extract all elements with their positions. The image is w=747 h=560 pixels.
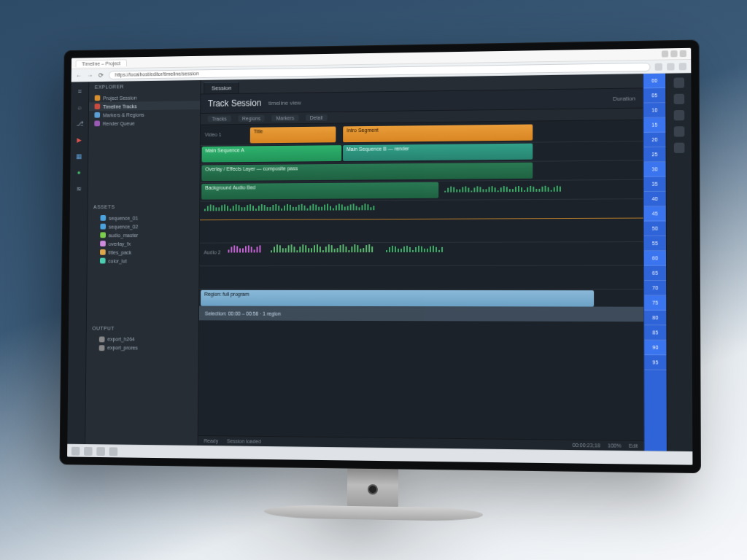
window-controls	[662, 50, 686, 58]
sidebar-item-label: color_lut	[108, 258, 126, 263]
sidebar-item[interactable]: overlay_fx	[88, 239, 199, 248]
maximize-button[interactable]	[670, 50, 677, 57]
clip-block[interactable]: Main Sequence A	[202, 145, 342, 162]
ruler-tick[interactable]: 70	[644, 281, 666, 295]
ruler-tick[interactable]: 15	[643, 117, 665, 133]
source-control-icon[interactable]: ⎇	[74, 119, 84, 129]
sidebar-item-label: overlay_fx	[109, 241, 131, 246]
sidebar-section-output: export_h264export_prores	[85, 333, 198, 446]
file-icon	[100, 224, 106, 230]
sidebar-item[interactable]: titles_pack	[88, 248, 199, 257]
sidebar-item-label: Render Queue	[103, 120, 135, 125]
sidebar-item-label: Timeline Tracks	[103, 104, 137, 109]
timeline-icon[interactable]: ≋	[74, 184, 83, 194]
screen: Timeline – Project ← → ⟳ https://localho…	[67, 48, 692, 465]
menu-icon[interactable]	[679, 63, 686, 70]
clip-block[interactable]: Title	[250, 126, 336, 143]
taskbar-app-icon[interactable]	[109, 447, 118, 456]
gridline	[200, 241, 643, 244]
breadcrumb-item[interactable]: Markers	[272, 114, 299, 121]
search-icon[interactable]: ⌕	[74, 102, 84, 112]
sidebar-item[interactable]: audio_master	[88, 230, 199, 239]
waveform-ticks	[386, 245, 443, 252]
ruler-tick[interactable]: 60	[644, 251, 666, 265]
sidebar-item[interactable]: export_h264	[87, 335, 198, 343]
sidebar-item[interactable]: sequence_02	[88, 222, 199, 231]
file-icon	[100, 241, 106, 246]
sidebar-item[interactable]: sequence_01	[88, 214, 199, 222]
settings-icon[interactable]	[673, 126, 684, 136]
nav-reload-icon[interactable]: ⟳	[98, 71, 105, 79]
ruler-tick[interactable]: 30	[644, 162, 666, 177]
status-left: Ready	[204, 438, 218, 443]
file-icon	[100, 258, 106, 264]
clip-block[interactable]: Overlay / Effects Layer — composite pass	[201, 163, 533, 181]
ruler-tick[interactable]: 35	[644, 177, 666, 192]
ruler-tick[interactable]: 80	[644, 311, 666, 326]
history-icon[interactable]	[673, 110, 684, 120]
editor-tab[interactable]: Session	[204, 82, 239, 93]
ruler-tick[interactable]: 65	[644, 266, 666, 281]
app-body: ≡⌕⎇▶▦●≋ EXPLORER Project SessionTimeline…	[67, 73, 692, 451]
ruler-tick[interactable]: 90	[644, 341, 666, 356]
breadcrumb-item[interactable]: Detail	[306, 114, 327, 121]
timeline-canvas[interactable]: Video 1Video 2OverlayAudio 1Audio 2Marke…	[198, 120, 644, 440]
taskbar-app-icon[interactable]	[84, 446, 93, 455]
debug-icon[interactable]: ▶	[74, 135, 84, 145]
sidebar-item[interactable]: export_prores	[86, 343, 198, 353]
ruler-tick[interactable]: 20	[644, 133, 666, 148]
sidebar-item[interactable]: color_lut	[88, 257, 199, 265]
clip-block[interactable]: Intro Segment	[343, 124, 533, 142]
sidebar-section-tracks: Project SessionTimeline TracksMarkers & …	[88, 91, 201, 202]
extension-icon[interactable]	[667, 63, 674, 70]
help-icon[interactable]	[673, 143, 684, 153]
ruler-tick[interactable]: 55	[644, 236, 666, 251]
layers-icon[interactable]	[673, 94, 684, 104]
nav-back-icon[interactable]: ←	[75, 71, 82, 79]
extensions-icon[interactable]: ▦	[74, 151, 84, 161]
editor-main: Session Track Session timeline view Dura…	[198, 74, 644, 451]
ruler-tick[interactable]: 05	[643, 88, 665, 104]
breadcrumb-item[interactable]: Tracks	[208, 115, 231, 122]
file-icon	[100, 215, 106, 221]
power-button-icon[interactable]	[368, 484, 378, 494]
sidebar-item-label: export_h264	[107, 337, 134, 342]
monitor-bezel: Timeline – Project ← → ⟳ https://localho…	[59, 39, 701, 473]
breadcrumb-item[interactable]: Regions	[238, 115, 265, 122]
ruler-tick[interactable]: 85	[644, 325, 666, 341]
record-icon[interactable]: ●	[74, 168, 83, 178]
browser-tab[interactable]: Timeline – Project	[76, 59, 127, 67]
time-ruler[interactable]: 0005101520253035404550556065707580859095	[643, 74, 667, 451]
ruler-tick[interactable]: 50	[644, 221, 666, 236]
clip-block[interactable]: Background Audio Bed	[201, 182, 438, 200]
status-position: 00:00:23;18	[573, 443, 600, 448]
ruler-tick[interactable]: 95	[644, 355, 666, 370]
sidebar-item-label: Project Session	[103, 95, 136, 100]
clip-block[interactable]: Region: full program	[201, 290, 594, 307]
sidebar: EXPLORER Project SessionTimeline TracksM…	[85, 80, 201, 446]
sidebar-section-assets: sequence_01sequence_02audio_masteroverla…	[87, 212, 199, 323]
taskbar-app-icon[interactable]	[96, 447, 105, 456]
sidebar-item-label: export_prores	[107, 345, 138, 350]
ruler-tick[interactable]: 40	[644, 192, 666, 206]
sidebar-item-label: Markers & Regions	[103, 112, 144, 117]
ruler-tick[interactable]: 00	[643, 74, 665, 89]
clip-block[interactable]: Main Sequence B — render	[343, 144, 533, 161]
start-icon[interactable]	[71, 446, 80, 455]
close-button[interactable]	[680, 50, 686, 57]
status-zoom[interactable]: 100%	[608, 443, 622, 448]
ruler-tick[interactable]: 10	[643, 103, 665, 118]
toolbar-right-label: Duration	[613, 95, 635, 101]
sidebar-item[interactable]: Render Queue	[89, 118, 200, 128]
nav-forward-icon[interactable]: →	[87, 71, 94, 79]
right-toolbar	[665, 73, 692, 451]
extension-icon[interactable]	[655, 63, 662, 70]
explorer-icon[interactable]: ≡	[75, 86, 85, 96]
ruler-tick[interactable]: 75	[644, 295, 666, 310]
gridline	[200, 218, 643, 221]
inspector-icon[interactable]	[673, 77, 684, 88]
ruler-tick[interactable]: 45	[644, 206, 666, 221]
ruler-tick[interactable]: 25	[644, 147, 666, 163]
minimize-button[interactable]	[662, 50, 668, 57]
selection-infobar: Selection: 00:00 – 00:58 · 1 region	[199, 306, 643, 322]
